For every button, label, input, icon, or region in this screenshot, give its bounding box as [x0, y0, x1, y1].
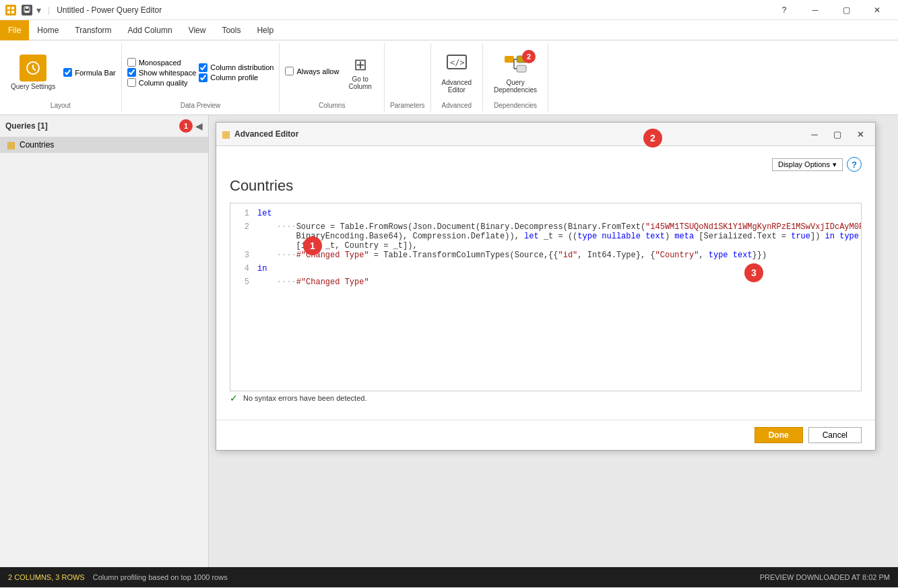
- dialog-titlebar: ▦ Advanced Editor ─ ▢ ✕: [216, 123, 875, 146]
- cancel-button[interactable]: Cancel: [808, 427, 862, 443]
- dialog-app-icon: ▦: [222, 129, 230, 139]
- tab-home[interactable]: Home: [29, 20, 67, 40]
- display-options-row: Display Options ▾ ?: [230, 157, 862, 172]
- help-circle-button[interactable]: ?: [847, 157, 862, 172]
- column-profile-checkbox[interactable]: Column profile: [199, 73, 274, 82]
- advanced-content: </> AdvancedEditor: [437, 46, 477, 99]
- advanced-group-label: Advanced: [442, 99, 472, 109]
- advanced-editor-label: AdvancedEditor: [442, 79, 472, 94]
- ribbon-group-dependencies: 2 QueryDependencies Dependenci: [483, 43, 548, 112]
- query-settings-button[interactable]: Query Settings: [5, 52, 61, 94]
- svg-rect-3: [11, 11, 14, 13]
- formula-bar-checkbox[interactable]: Formula Bar: [63, 68, 116, 77]
- sidebar: Queries [1] 1 ◀ ▦ Countries: [0, 115, 209, 567]
- tab-tools[interactable]: Tools: [214, 20, 249, 40]
- tab-view[interactable]: View: [181, 20, 214, 40]
- dialog-maximize-button[interactable]: ▢: [828, 127, 847, 141]
- advanced-editor-icon: </>: [446, 51, 468, 77]
- chevron-down-icon: ▾: [833, 160, 837, 169]
- layout-checkboxes: Formula Bar: [63, 68, 116, 77]
- app-icon: [5, 5, 16, 15]
- annotation-badge-1: 1: [303, 236, 322, 255]
- svg-rect-0: [7, 7, 10, 9]
- columns-content: Always allow ⊞ Go toColumn: [285, 46, 378, 99]
- code-editor[interactable]: 1 let 2 ····Source = Table.FromRows(Json…: [230, 203, 862, 391]
- save-icon: [22, 5, 32, 15]
- tab-add-column[interactable]: Add Column: [120, 20, 181, 40]
- dialog-close-button[interactable]: ✕: [851, 127, 870, 141]
- annotation-badge-3: 3: [744, 263, 763, 282]
- sidebar-title: Queries [1]: [5, 121, 48, 131]
- preview-stat: PREVIEW DOWNLOADED AT 8:02 PM: [760, 573, 890, 581]
- svg-rect-2: [7, 11, 10, 13]
- svg-rect-12: [517, 65, 526, 72]
- data-preview-content: Monospaced Show whitespace Column qualit…: [127, 46, 274, 99]
- ribbon-tabs: File Home Transform Add Column View Tool…: [0, 20, 898, 40]
- profiling-stat: Column profiling based on top 1000 rows: [93, 573, 228, 581]
- annotation-badge-2: 2: [643, 129, 662, 148]
- ribbon-group-parameters: Parameters: [385, 43, 431, 112]
- main-area: Queries [1] 1 ◀ ▦ Countries ▦ Advanced E…: [0, 115, 898, 567]
- maximize-button[interactable]: ▢: [831, 0, 862, 20]
- dialog-minimize-button[interactable]: ─: [805, 127, 824, 141]
- dropdown-arrow[interactable]: ▾: [36, 5, 41, 15]
- sidebar-collapse-button[interactable]: ◀: [195, 121, 203, 131]
- svg-rect-6: [25, 11, 29, 13]
- title-bar: ▾ | Untitled - Power Query Editor ? ─ ▢ …: [0, 0, 898, 20]
- tab-help[interactable]: Help: [249, 20, 282, 40]
- minimize-button[interactable]: ─: [800, 0, 831, 20]
- goto-column-icon: ⊞: [354, 55, 367, 74]
- layout-group-label: Layout: [51, 99, 71, 109]
- bottom-status-bar: 2 COLUMNS, 3 ROWS Column profiling based…: [0, 567, 898, 587]
- goto-column-button[interactable]: ⊞ Go toColumn: [342, 47, 378, 98]
- dialog-body: Display Options ▾ ? Countries 1 let 2 ··…: [216, 146, 875, 420]
- column-distribution-checkbox[interactable]: Column distribution: [199, 63, 274, 72]
- query-dependencies-label: QueryDependencies: [494, 79, 537, 94]
- close-button[interactable]: ✕: [862, 0, 893, 20]
- dependencies-badge: 2: [522, 50, 536, 63]
- dialog-title: Advanced Editor: [234, 129, 801, 139]
- tab-transform[interactable]: Transform: [67, 20, 119, 40]
- dependencies-group-label: Dependencies: [494, 99, 537, 109]
- ribbon-group-advanced: </> AdvancedEditor Advanced: [431, 43, 483, 112]
- ribbon-group-columns: Always allow ⊞ Go toColumn Columns: [280, 43, 384, 112]
- svg-rect-1: [11, 7, 14, 9]
- always-allow-group: Always allow: [285, 67, 339, 78]
- content-area: ▦ Advanced Editor ─ ▢ ✕ Display Options …: [209, 115, 898, 567]
- code-line-3: 3 ····#"Changed Type" = Table.TransformC…: [230, 251, 861, 264]
- ribbon: File Home Transform Add Column View Tool…: [0, 20, 898, 115]
- code-line-2: 2 ····Source = Table.FromRows(Json.Docum…: [230, 222, 861, 251]
- done-button[interactable]: Done: [755, 427, 803, 443]
- sidebar-badge: 1: [179, 119, 193, 133]
- status-check-icon: ✓: [230, 393, 238, 403]
- data-preview-checkboxes2: Column distribution Column profile: [199, 63, 274, 82]
- tab-file[interactable]: File: [0, 20, 29, 40]
- table-icon: ▦: [7, 139, 15, 150]
- layout-group-content: Query Settings Formula Bar: [5, 46, 116, 99]
- dependencies-content: 2 QueryDependencies: [488, 46, 542, 99]
- sidebar-header: Queries [1] 1 ◀: [0, 115, 208, 137]
- bottom-right: PREVIEW DOWNLOADED AT 8:02 PM: [760, 573, 890, 581]
- columns-group-label: Columns: [319, 99, 345, 109]
- data-preview-checkboxes: Monospaced Show whitespace Column qualit…: [127, 58, 197, 87]
- advanced-editor-button[interactable]: </> AdvancedEditor: [437, 47, 477, 98]
- show-whitespace-checkbox[interactable]: Show whitespace: [127, 68, 197, 77]
- code-line-1: 1 let: [230, 209, 861, 222]
- goto-column-label: Go toColumn: [348, 75, 371, 90]
- sidebar-item-countries[interactable]: ▦ Countries: [0, 137, 208, 153]
- advanced-editor-dialog: ▦ Advanced Editor ─ ▢ ✕ Display Options …: [216, 122, 876, 451]
- column-quality-checkbox[interactable]: Column quality: [127, 78, 197, 87]
- always-allow-checkbox[interactable]: Always allow: [285, 67, 339, 75]
- ribbon-group-data-preview: Monospaced Show whitespace Column qualit…: [122, 43, 280, 112]
- monospaced-checkbox[interactable]: Monospaced: [127, 58, 197, 67]
- query-dependencies-button[interactable]: 2 QueryDependencies: [488, 47, 542, 98]
- help-button[interactable]: ?: [769, 0, 800, 20]
- bottom-left: 2 COLUMNS, 3 ROWS Column profiling based…: [8, 573, 228, 581]
- ribbon-content: Query Settings Formula Bar Layout Monosp…: [0, 40, 898, 115]
- query-settings-icon: [20, 55, 46, 81]
- code-line-4: 4 in: [230, 264, 861, 277]
- status-message: No syntax errors have been detected.: [243, 394, 366, 402]
- columns-rows-stat: 2 COLUMNS, 3 ROWS: [8, 573, 85, 581]
- sidebar-item-label: Countries: [20, 140, 54, 150]
- display-options-button[interactable]: Display Options ▾: [772, 158, 843, 171]
